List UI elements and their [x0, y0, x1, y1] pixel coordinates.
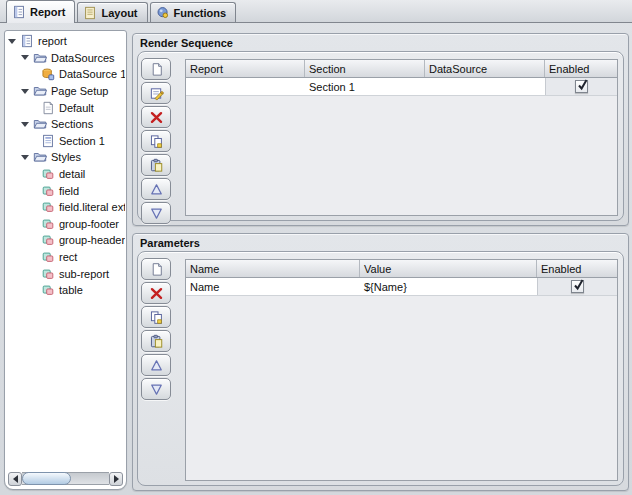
tree-node-label: Default [59, 101, 94, 115]
move-down-button[interactable] [141, 378, 171, 400]
tree-node-report[interactable]: report [6, 33, 125, 50]
check-icon [572, 278, 585, 292]
style-icon [41, 283, 55, 297]
parameters-title: Parameters [140, 237, 200, 249]
edit-icon [149, 86, 164, 101]
report-tree: report DataSources DataSource 1 Page Set… [6, 33, 125, 468]
tree-node-section-1[interactable]: Section 1 [6, 133, 125, 150]
tree-node-style-group-header[interactable]: group-header [6, 232, 125, 249]
paste-icon [149, 334, 164, 349]
paste-parameter-button[interactable] [141, 330, 171, 352]
enabled-checkbox[interactable] [575, 80, 588, 93]
tree-node-style-field-literal[interactable]: field.literal exte [6, 199, 125, 216]
copy-parameter-button[interactable] [141, 306, 171, 328]
folder-icon [33, 51, 47, 65]
tree-node-page-setup[interactable]: Page Setup [6, 83, 125, 100]
expander-icon[interactable] [21, 55, 33, 60]
right-arrow-icon [114, 475, 119, 483]
tree-node-label: field.literal exte [59, 200, 125, 214]
page-icon [41, 101, 55, 115]
expander-icon[interactable] [21, 122, 33, 127]
scroll-left-button[interactable] [8, 472, 22, 486]
tree-horizontal-scrollbar[interactable] [8, 471, 123, 486]
expander-icon[interactable] [21, 155, 33, 160]
new-document-icon [149, 62, 164, 77]
cell-datasource [425, 78, 545, 95]
tree-node-datasource-1[interactable]: DataSource 1 [6, 66, 125, 83]
tab-functions[interactable]: Functions [150, 2, 237, 22]
new-parameter-button[interactable] [141, 258, 171, 280]
cell-enabled [537, 278, 617, 295]
up-triangle-icon [149, 182, 164, 197]
copy-row-button[interactable] [141, 130, 171, 152]
column-header-datasource[interactable]: DataSource [425, 60, 545, 77]
tree-node-styles[interactable]: Styles [6, 149, 125, 166]
render-sequence-table: Report Section DataSource Enabled Sectio… [185, 59, 618, 216]
tree-node-label: Page Setup [51, 84, 109, 98]
report-tree-panel: report DataSources DataSource 1 Page Set… [4, 30, 127, 490]
render-sequence-group: Render Sequence Report Section DataSourc… [132, 33, 629, 226]
folder-icon [33, 150, 47, 164]
move-up-button[interactable] [141, 178, 171, 200]
copy-icon [149, 310, 164, 325]
column-header-section[interactable]: Section [305, 60, 425, 77]
layout-doc-icon [83, 6, 97, 20]
tree-node-style-table[interactable]: table [6, 282, 125, 299]
column-header-enabled[interactable]: Enabled [545, 60, 617, 77]
expander-icon[interactable] [21, 89, 33, 94]
style-icon [41, 200, 55, 214]
style-icon [41, 217, 55, 231]
tree-node-label: detail [59, 167, 85, 181]
tab-report[interactable]: Report [6, 0, 75, 23]
up-triangle-icon [149, 358, 164, 373]
tree-node-default[interactable]: Default [6, 99, 125, 116]
move-down-button[interactable] [141, 202, 171, 224]
cell-report [186, 78, 305, 95]
folder-icon [33, 117, 47, 131]
tab-layout[interactable]: Layout [77, 2, 147, 22]
paste-row-button[interactable] [141, 154, 171, 176]
table-row[interactable]: Section 1 [186, 78, 617, 96]
move-up-button[interactable] [141, 354, 171, 376]
scrollbar-track[interactable] [22, 472, 109, 485]
new-row-button[interactable] [141, 58, 171, 80]
down-triangle-icon [149, 206, 164, 221]
column-header-report[interactable]: Report [186, 60, 305, 77]
tree-node-style-detail[interactable]: detail [6, 166, 125, 183]
tree-node-label: report [38, 34, 67, 48]
column-header-enabled[interactable]: Enabled [537, 260, 617, 277]
check-icon [576, 78, 589, 92]
tab-report-label: Report [30, 6, 65, 18]
table-header-row: Report Section DataSource Enabled [186, 60, 617, 78]
scroll-right-button[interactable] [109, 472, 123, 486]
app-window: Report Layout Functions report DataSourc… [0, 0, 632, 495]
tree-node-style-group-footer[interactable]: group-footer [6, 216, 125, 233]
enabled-checkbox[interactable] [571, 280, 584, 293]
tree-node-sections[interactable]: Sections [6, 116, 125, 133]
tree-node-style-sub-report[interactable]: sub-report [6, 265, 125, 282]
report-doc-icon [12, 5, 26, 19]
tab-functions-label: Functions [174, 7, 227, 19]
folder-icon [33, 84, 47, 98]
delete-parameter-button[interactable] [141, 282, 171, 304]
functions-icon [156, 6, 170, 20]
scrollbar-thumb[interactable] [22, 472, 71, 485]
tree-node-datasources[interactable]: DataSources [6, 50, 125, 67]
column-header-value[interactable]: Value [360, 260, 537, 277]
delete-row-button[interactable] [141, 106, 171, 128]
column-header-name[interactable]: Name [186, 260, 360, 277]
table-row[interactable]: Name ${Name} [186, 278, 617, 296]
table-header-row: Name Value Enabled [186, 260, 617, 278]
cell-value: ${Name} [360, 278, 537, 295]
copy-icon [149, 134, 164, 149]
tree-node-label: Styles [51, 150, 81, 164]
tree-node-style-rect[interactable]: rect [6, 249, 125, 266]
tree-node-label: field [59, 184, 79, 198]
parameters-toolbar [141, 258, 171, 400]
expander-icon[interactable] [8, 39, 20, 44]
edit-row-button[interactable] [141, 82, 171, 104]
tree-node-label: Sections [51, 117, 93, 131]
cell-enabled [545, 78, 617, 95]
tree-node-style-field[interactable]: field [6, 182, 125, 199]
render-sequence-toolbar [141, 58, 171, 224]
